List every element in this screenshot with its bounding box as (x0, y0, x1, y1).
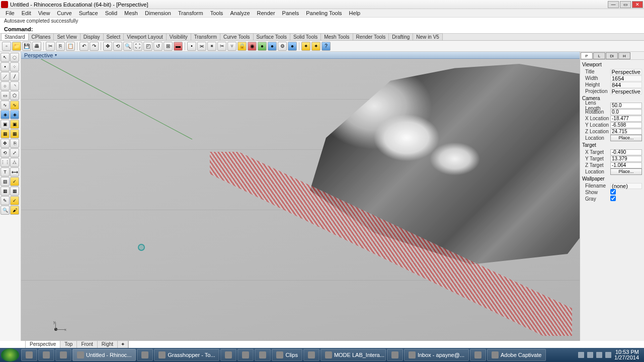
menu-render[interactable]: Render (254, 10, 279, 17)
curve-tools-icon[interactable]: ∿ (10, 101, 19, 110)
tab-newv5[interactable]: New in V5 (413, 33, 443, 40)
tray-icon[interactable] (596, 352, 602, 358)
taskbar-item-powerpoint[interactable]: MODE LAB_Intera... (320, 349, 386, 361)
taskbar-item[interactable] (255, 349, 271, 361)
view-tab-right[interactable]: Right (98, 341, 118, 348)
block-icon[interactable]: ▦ (1, 187, 10, 196)
zoom-icon[interactable]: 🔍 (123, 42, 132, 51)
taskbar-item[interactable] (387, 349, 403, 361)
props-tab-display[interactable]: Di (606, 52, 618, 59)
mesh-tools-icon[interactable]: ▦ (10, 129, 19, 138)
zloc-input[interactable] (610, 129, 642, 135)
scale-icon[interactable]: ⤢ (10, 148, 19, 157)
minimize-button[interactable]: — (608, 1, 619, 8)
setpt-icon[interactable]: • (187, 42, 196, 51)
taskbar-item-chrome[interactable]: Inbox - apayne@... (404, 349, 469, 361)
viewport-title-bar[interactable]: Perspective ▾ (21, 52, 580, 59)
print-icon[interactable]: 🖶 (32, 42, 41, 51)
text-icon[interactable]: T (1, 167, 10, 176)
zoom-window-icon[interactable]: ◰ (143, 42, 152, 51)
render-icon[interactable]: ● (268, 42, 277, 51)
menu-mesh[interactable]: Mesh (121, 10, 141, 17)
menu-curve[interactable]: Curve (53, 10, 75, 17)
split-icon[interactable]: ⑂ (227, 42, 236, 51)
tab-meshtools[interactable]: Mesh Tools (320, 33, 353, 40)
clock[interactable]: 10:53 PM 1/27/2014 (614, 349, 639, 360)
tab-setview[interactable]: Set View (53, 33, 80, 40)
cut-icon[interactable]: ✂ (46, 42, 55, 51)
tab-rendertools[interactable]: Render Tools (353, 33, 389, 40)
file-value[interactable]: (none) (610, 183, 642, 189)
view-tab-top[interactable]: Top (60, 341, 77, 348)
paste-icon[interactable]: 📋 (66, 42, 75, 51)
zoom-extents-icon[interactable]: ⛶ (133, 42, 142, 51)
taskbar-item-clips[interactable]: Clips (272, 349, 302, 361)
copy-icon[interactable]: ⎘ (56, 42, 65, 51)
tray-icon[interactable] (605, 352, 611, 358)
redo-icon[interactable]: ↷ (90, 42, 99, 51)
hatch-icon[interactable]: ▨ (1, 177, 10, 186)
tab-standard[interactable]: Standard (1, 33, 29, 40)
tab-transform[interactable]: Transform (191, 33, 220, 40)
taskbar-item[interactable] (303, 349, 319, 361)
taskbar-item[interactable] (21, 349, 37, 361)
undo-view-icon[interactable]: ↺ (153, 42, 163, 51)
menu-file[interactable]: File (2, 10, 18, 17)
join-icon[interactable]: ⫘ (197, 42, 206, 51)
tab-curvetools[interactable]: Curve Tools (220, 33, 254, 40)
mirror-icon[interactable]: ⧊ (10, 158, 19, 167)
tray-icon[interactable] (587, 352, 593, 358)
tab-visibility[interactable]: Visibility (166, 33, 191, 40)
tab-select[interactable]: Select (103, 33, 124, 40)
props-tab-properties[interactable]: P (581, 52, 593, 59)
array-icon[interactable]: ⋮⋮ (1, 158, 10, 167)
tray-icon[interactable] (578, 352, 584, 358)
options-icon[interactable]: ⚙ (278, 42, 287, 51)
polygon-icon[interactable]: ⬠ (10, 91, 19, 100)
grasshopper-icon[interactable]: ✦ (301, 42, 310, 51)
pointer-icon[interactable]: ↖ (1, 53, 10, 62)
command-input[interactable] (35, 26, 640, 32)
solid-icon[interactable]: ▣ (1, 120, 10, 129)
xt-input[interactable] (610, 149, 642, 155)
close-button[interactable]: ✕ (632, 1, 643, 8)
surface-icon[interactable]: ◈ (1, 110, 10, 119)
taskbar-item[interactable] (137, 349, 153, 361)
yt-input[interactable] (610, 156, 642, 162)
points-icon[interactable]: ⁘ (10, 62, 19, 71)
menu-view[interactable]: View (35, 10, 54, 17)
open-icon[interactable]: 📁 (12, 42, 21, 51)
lens-input[interactable] (610, 103, 642, 109)
menu-transform[interactable]: Transform (175, 10, 207, 17)
maximize-button[interactable]: ▭ (620, 1, 631, 8)
yloc-input[interactable] (610, 122, 642, 128)
analysis-icon[interactable]: ✓ (10, 177, 19, 186)
viewport-dropdown-icon[interactable]: ▾ (55, 53, 57, 57)
taskbar-item[interactable] (470, 349, 486, 361)
tab-cplanes[interactable]: CPlanes (28, 33, 54, 40)
place-target-button[interactable]: Place... (610, 168, 642, 175)
arc-icon[interactable]: ◝ (10, 81, 19, 90)
point-icon[interactable]: • (1, 62, 10, 71)
save-icon[interactable]: 💾 (22, 42, 31, 51)
taskbar-item-grasshopper[interactable]: Grasshopper - To... (154, 349, 219, 361)
taskbar-item[interactable] (220, 349, 236, 361)
view-tab-front[interactable]: Front (77, 341, 97, 348)
mesh-icon[interactable]: ▦ (1, 129, 10, 138)
props-tab-layers[interactable]: L (593, 52, 605, 59)
view-tab-add[interactable]: ✦ (118, 341, 128, 348)
menu-dimension[interactable]: Dimension (141, 10, 175, 17)
tab-solidtools[interactable]: Solid Tools (290, 33, 321, 40)
tab-display[interactable]: Display (80, 33, 104, 40)
shade-icon[interactable]: ● (258, 42, 267, 51)
curve-icon[interactable]: ∿ (1, 101, 10, 110)
taskbar-item[interactable] (237, 349, 254, 361)
cplane-icon[interactable]: ▬ (174, 42, 183, 51)
layer-icon[interactable]: ◉ (248, 42, 257, 51)
projection-value[interactable]: Perspective (610, 88, 642, 95)
gray-checkbox[interactable] (610, 196, 616, 201)
props-tab-help[interactable]: H (618, 52, 630, 59)
zt-input[interactable] (610, 162, 642, 168)
move-icon[interactable]: ✥ (1, 139, 10, 148)
four-view-icon[interactable]: ⊞ (164, 42, 173, 51)
